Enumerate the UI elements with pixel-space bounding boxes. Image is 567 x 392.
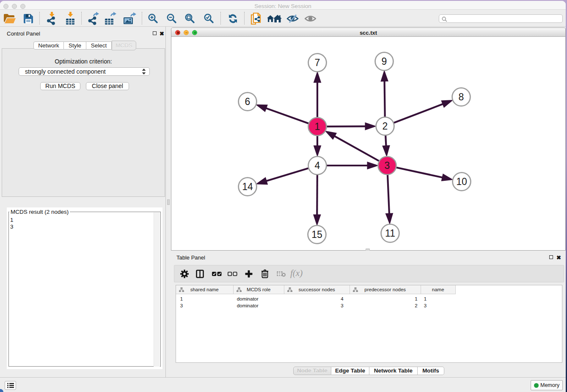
svg-text:2: 2 <box>383 121 388 132</box>
svg-text:4: 4 <box>315 160 320 171</box>
svg-text:14: 14 <box>242 181 253 192</box>
svg-text:7: 7 <box>315 57 320 68</box>
svg-text:6: 6 <box>245 96 250 107</box>
svg-text:15: 15 <box>311 229 322 240</box>
svg-text:9: 9 <box>382 56 387 67</box>
svg-text:11: 11 <box>385 228 395 239</box>
svg-text:3: 3 <box>385 160 390 171</box>
svg-text:8: 8 <box>459 91 464 102</box>
svg-text:1: 1 <box>315 121 320 132</box>
svg-text:10: 10 <box>456 176 467 187</box>
